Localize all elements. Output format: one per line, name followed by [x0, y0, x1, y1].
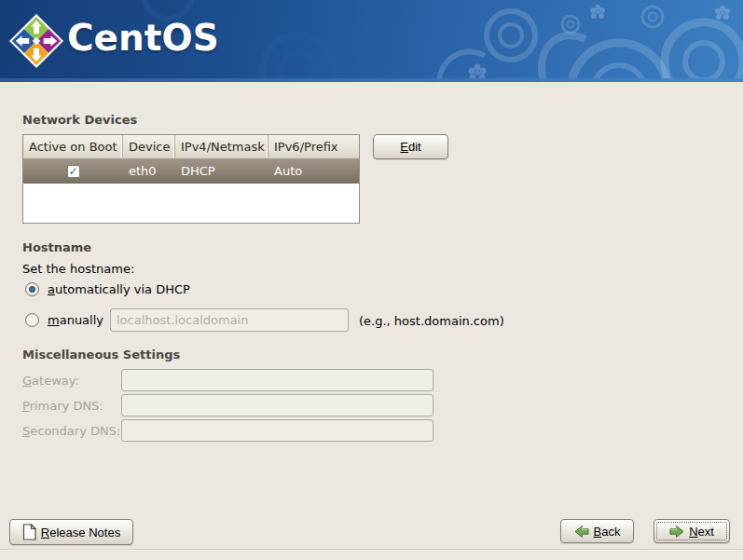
- document-page-icon: [22, 524, 36, 540]
- section-title-network-devices: Network Devices: [22, 113, 137, 127]
- cell-ipv6: Auto: [268, 159, 359, 184]
- brand-title: CentOS: [67, 17, 219, 59]
- table-row-eth0[interactable]: ✓ eth0 DHCP Auto: [23, 159, 359, 184]
- hostname-manual-input: [110, 308, 349, 332]
- edit-button[interactable]: Edit: [373, 134, 448, 159]
- primary-dns-label: Primary DNS:: [22, 399, 103, 413]
- installer-window: CentOS Network Devices Active on Boot De…: [0, 0, 743, 560]
- radio-label-automatic: automatically via DHCP: [48, 282, 190, 296]
- next-button[interactable]: Next: [654, 519, 730, 543]
- radio-option-automatic[interactable]: automatically via DHCP: [25, 282, 190, 296]
- section-title-hostname: Hostname: [22, 240, 91, 254]
- cell-ipv4: DHCP: [175, 159, 268, 184]
- release-notes-button[interactable]: Release Notes: [9, 519, 133, 545]
- gateway-input: [121, 369, 433, 391]
- header-banner: CentOS: [0, 0, 743, 82]
- column-header-ipv6[interactable]: IPv6/Prefix: [268, 135, 359, 158]
- table-header-row: Active on Boot Device IPv4/Netmask IPv6/…: [23, 135, 359, 159]
- secondary-dns-label: Secondary DNS:: [22, 424, 120, 438]
- hostname-prompt: Set the hostname:: [22, 262, 134, 276]
- radio-option-manual[interactable]: manually: [25, 313, 103, 327]
- column-header-active-on-boot[interactable]: Active on Boot: [23, 135, 123, 158]
- network-devices-table: Active on Boot Device IPv4/Netmask IPv6/…: [22, 134, 360, 224]
- header-bottom-edge: [0, 78, 743, 82]
- column-header-ipv4[interactable]: IPv4/Netmask: [175, 135, 268, 158]
- radio-button-manual[interactable]: [25, 313, 39, 327]
- green-arrow-right-icon: [669, 525, 684, 539]
- hostname-example-hint: (e.g., host.domain.com): [359, 314, 504, 328]
- active-on-boot-checkbox[interactable]: ✓: [67, 165, 80, 178]
- cell-device: eth0: [123, 159, 175, 184]
- footer-separator-highlight: [0, 550, 743, 551]
- back-button[interactable]: Back: [560, 519, 634, 543]
- secondary-dns-input: [121, 419, 433, 442]
- centos-logo: [9, 14, 63, 68]
- green-arrow-left-icon: [574, 525, 589, 539]
- radio-label-manual: manually: [48, 313, 103, 327]
- column-header-device[interactable]: Device: [123, 135, 175, 158]
- radio-button-automatic[interactable]: [25, 282, 39, 296]
- primary-dns-input: [121, 394, 433, 417]
- gateway-label: Gateway:: [22, 374, 79, 388]
- section-title-misc-settings: Miscellaneous Settings: [22, 348, 180, 362]
